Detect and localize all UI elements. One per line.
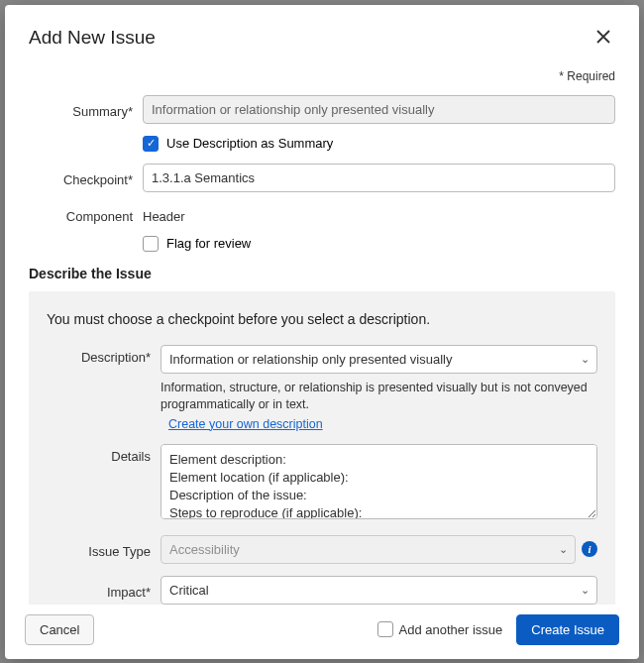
create-issue-button[interactable]: Create Issue: [516, 614, 619, 645]
component-label: Component: [29, 204, 143, 224]
close-icon[interactable]: [591, 23, 615, 54]
create-description-link[interactable]: Create your own description: [168, 417, 323, 431]
impact-row: Impact* Critical ⌄: [47, 576, 597, 605]
flag-for-review-label: Flag for review: [166, 236, 251, 251]
issue-type-select[interactable]: Accessibility: [161, 535, 576, 564]
add-another-checkbox[interactable]: [377, 621, 393, 637]
description-select[interactable]: Information or relationship only present…: [161, 345, 597, 374]
info-icon[interactable]: i: [582, 541, 597, 557]
description-row: Description* Information or relationship…: [47, 345, 597, 432]
summary-row: Summary*: [29, 95, 615, 124]
description-label: Description*: [47, 345, 161, 365]
modal-header: Add New Issue: [5, 5, 639, 61]
impact-label: Impact*: [47, 580, 161, 600]
flag-row: Flag for review: [29, 236, 615, 252]
use-description-checkbox[interactable]: ✓: [143, 136, 159, 152]
use-description-row: ✓ Use Description as Summary: [29, 136, 615, 152]
issue-type-row: Issue Type Accessibility ⌄ i: [47, 535, 597, 564]
details-label: Details: [47, 444, 161, 464]
impact-select[interactable]: Critical: [161, 576, 597, 605]
required-note: * Required: [29, 69, 615, 83]
component-row: Component Header: [29, 204, 615, 224]
summary-input[interactable]: [143, 95, 615, 124]
component-value: Header: [143, 204, 615, 224]
checkpoint-label: Checkpoint*: [29, 167, 143, 187]
describe-section-title: Describe the Issue: [29, 266, 615, 281]
checkpoint-row: Checkpoint*: [29, 164, 615, 192]
flag-for-review-checkbox[interactable]: [143, 236, 159, 252]
modal-footer: Cancel Add another issue Create Issue: [5, 605, 639, 659]
cancel-button[interactable]: Cancel: [25, 614, 94, 645]
describe-panel: You must choose a checkpoint before you …: [29, 291, 615, 605]
details-textarea[interactable]: [161, 444, 597, 519]
checkpoint-input[interactable]: [143, 164, 615, 192]
use-description-label: Use Description as Summary: [166, 136, 333, 151]
issue-type-label: Issue Type: [47, 539, 161, 559]
add-issue-modal: Add New Issue * Required Summary* ✓ Use …: [5, 5, 639, 659]
describe-instruction: You must choose a checkpoint before you …: [47, 311, 597, 327]
check-icon: ✓: [147, 138, 156, 149]
add-another-label: Add another issue: [399, 622, 503, 637]
details-row: Details: [47, 444, 597, 523]
summary-label: Summary*: [29, 99, 143, 119]
modal-body: * Required Summary* ✓ Use Description as…: [5, 61, 639, 605]
modal-title: Add New Issue: [29, 27, 156, 49]
description-help: Information, structure, or relationship …: [161, 380, 597, 414]
add-another-row: Add another issue: [377, 621, 503, 637]
